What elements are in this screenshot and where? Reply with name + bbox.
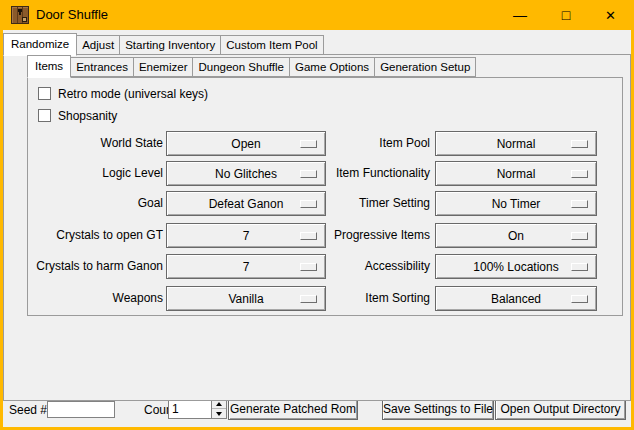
dropdown-indicator-icon — [571, 140, 588, 148]
timer-setting-value: No Timer — [492, 197, 541, 211]
crystals-gt-value: 7 — [243, 229, 250, 243]
app-window: Door Shuffle — □ ✕ Randomize Adjust Star… — [0, 0, 634, 430]
item-functionality-value: Normal — [497, 167, 536, 181]
dropdown-indicator-icon — [571, 170, 588, 178]
progressive-items-dropdown[interactable]: On — [435, 223, 597, 248]
accessibility-value: 100% Locations — [473, 260, 558, 274]
goal-label: Goal — [13, 191, 163, 216]
title-bar: Door Shuffle — □ ✕ — [0, 0, 634, 30]
crystals-ganon-label: Crystals to harm Ganon — [13, 254, 163, 279]
triangle-up-icon — [216, 402, 222, 406]
retro-mode-checkbox[interactable] — [38, 87, 51, 100]
tab-randomize[interactable]: Randomize — [3, 33, 77, 56]
tab-items[interactable]: Items — [27, 55, 71, 78]
item-sorting-dropdown[interactable]: Balanced — [435, 286, 597, 311]
count-spin-arrows — [211, 399, 226, 418]
primary-tab-bar: Randomize Adjust Starting Inventory Cust… — [3, 33, 323, 55]
weapons-value: Vanilla — [228, 292, 263, 306]
item-pool-label: Item Pool — [280, 131, 430, 156]
world-state-value: Open — [231, 137, 260, 151]
minimize-icon[interactable]: — — [497, 0, 543, 30]
maximize-icon[interactable]: □ — [543, 0, 589, 30]
timer-setting-label: Timer Setting — [280, 191, 430, 216]
secondary-tab-bar: Items Entrances Enemizer Dungeon Shuffle… — [27, 55, 475, 77]
seed-label: Seed # — [9, 402, 47, 419]
tab-starting-inventory[interactable]: Starting Inventory — [119, 35, 221, 55]
tab-enemizer[interactable]: Enemizer — [133, 57, 194, 77]
shopsanity-row: Shopsanity — [38, 109, 288, 123]
tab-custom-item-pool[interactable]: Custom Item Pool — [220, 35, 323, 55]
world-state-label: World State — [13, 131, 163, 156]
tab-game-options[interactable]: Game Options — [289, 57, 375, 77]
item-functionality-label: Item Functionality — [280, 161, 430, 186]
weapons-label: Weapons — [13, 286, 163, 311]
shopsanity-checkbox[interactable] — [38, 109, 51, 122]
dropdown-indicator-icon — [571, 295, 588, 303]
item-sorting-label: Item Sorting — [280, 286, 430, 311]
accessibility-dropdown[interactable]: 100% Locations — [435, 254, 597, 279]
item-sorting-value: Balanced — [491, 292, 541, 306]
triangle-down-icon — [216, 412, 222, 416]
count-input[interactable] — [169, 399, 211, 418]
crystals-ganon-value: 7 — [243, 260, 250, 274]
accessibility-label: Accessibility — [280, 254, 430, 279]
progressive-items-label: Progressive Items — [280, 223, 430, 248]
dropdown-indicator-icon — [571, 232, 588, 240]
door-icon — [11, 6, 29, 24]
item-pool-dropdown[interactable]: Normal — [435, 131, 597, 156]
goal-value: Defeat Ganon — [209, 197, 284, 211]
shopsanity-label: Shopsanity — [58, 109, 117, 123]
tab-entrances[interactable]: Entrances — [70, 57, 134, 77]
logic-level-label: Logic Level — [13, 161, 163, 186]
retro-mode-label: Retro mode (universal keys) — [58, 87, 208, 101]
dropdown-indicator-icon — [571, 200, 588, 208]
seed-input[interactable] — [47, 401, 115, 418]
item-pool-value: Normal — [497, 137, 536, 151]
timer-setting-dropdown[interactable]: No Timer — [435, 191, 597, 216]
count-spinbox[interactable] — [168, 398, 227, 419]
item-functionality-dropdown[interactable]: Normal — [435, 161, 597, 186]
logic-level-value: No Glitches — [215, 167, 277, 181]
progressive-items-value: On — [508, 229, 524, 243]
client-area: Randomize Adjust Starting Inventory Cust… — [3, 30, 631, 427]
crystals-gt-label: Crystals to open GT — [13, 223, 163, 248]
window-title: Door Shuffle — [36, 0, 108, 30]
spin-down-button[interactable] — [212, 408, 226, 418]
tab-generation-setup[interactable]: Generation Setup — [374, 57, 476, 77]
close-icon[interactable]: ✕ — [587, 0, 634, 30]
tab-dungeon-shuffle[interactable]: Dungeon Shuffle — [192, 57, 289, 77]
retro-mode-row: Retro mode (universal keys) — [38, 87, 288, 101]
tab-adjust[interactable]: Adjust — [76, 35, 120, 55]
dropdown-indicator-icon — [571, 263, 588, 271]
